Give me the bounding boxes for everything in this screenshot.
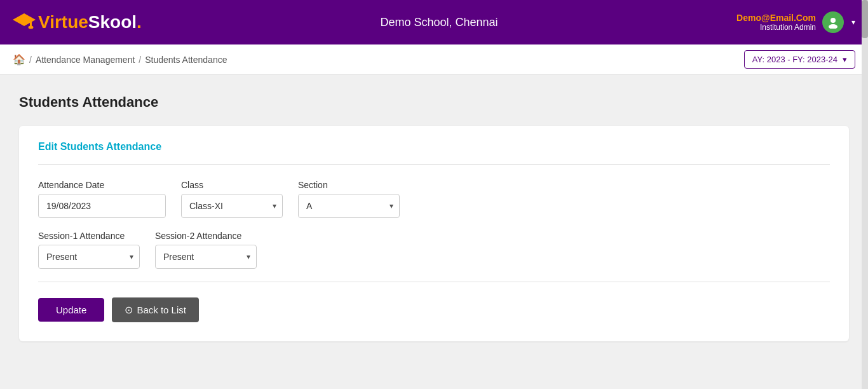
session1-select-wrapper: Present Absent Late ▾ [38, 245, 140, 269]
breadcrumb-students-attendance: Students Attendance [145, 55, 227, 65]
session2-label: Session-2 Attendance [155, 231, 257, 241]
user-dropdown-arrow[interactable]: ▾ [851, 18, 855, 27]
svg-point-2 [29, 26, 34, 29]
attendance-date-label: Attendance Date [38, 180, 166, 190]
session1-label: Session-1 Attendance [38, 231, 140, 241]
ay-selector-arrow: ▾ [843, 55, 847, 64]
class-group: Class Class-XI Class-X Class-XII ▾ [181, 180, 283, 218]
breadcrumb: 🏠 / Attendance Management / Students Att… [13, 53, 227, 65]
card-divider-top [38, 164, 830, 165]
school-name: Demo School, Chennai [380, 16, 498, 29]
attendance-date-input[interactable] [38, 194, 166, 218]
back-to-list-button[interactable]: ⊙ Back to List [112, 297, 199, 322]
session2-select-wrapper: Present Absent Late ▾ [155, 245, 257, 269]
session1-group: Session-1 Attendance Present Absent Late… [38, 231, 140, 269]
update-button[interactable]: Update [38, 298, 104, 322]
svg-point-4 [829, 24, 837, 29]
svg-point-3 [831, 18, 836, 23]
breadcrumb-bar: 🏠 / Attendance Management / Students Att… [0, 44, 868, 75]
header: VirtueSkool. Demo School, Chennai Demo@E… [0, 0, 868, 44]
scrollbar-thumb[interactable] [862, 0, 868, 38]
session2-group: Session-2 Attendance Present Absent Late… [155, 231, 257, 269]
user-details: Demo@Email.Com Institution Admin [736, 13, 816, 32]
scrollbar[interactable] [862, 0, 868, 389]
logo-cap-icon [13, 11, 36, 34]
session2-select[interactable]: Present Absent Late [155, 245, 257, 269]
form-row-2: Session-1 Attendance Present Absent Late… [38, 231, 830, 269]
user-email: Demo@Email.Com [736, 13, 816, 23]
class-select[interactable]: Class-XI Class-X Class-XII [181, 194, 283, 218]
attendance-date-group: Attendance Date [38, 180, 166, 218]
ay-selector[interactable]: AY: 2023 - FY: 2023-24 ▾ [744, 50, 855, 69]
svg-marker-0 [13, 13, 36, 26]
page-title: Students Attendance [19, 94, 849, 111]
home-icon[interactable]: 🏠 [13, 53, 25, 65]
back-icon: ⊙ [125, 304, 133, 316]
breadcrumb-sep-2: / [139, 55, 141, 65]
logo-dot: . [137, 12, 142, 32]
section-group: Section A B C ▾ [298, 180, 400, 218]
session1-select[interactable]: Present Absent Late [38, 245, 140, 269]
card-divider-bottom [38, 282, 830, 282]
ay-selector-label: AY: 2023 - FY: 2023-24 [752, 55, 837, 64]
logo-skool: Skool [88, 12, 137, 32]
logo-virtue: Virtue [38, 12, 88, 32]
user-info[interactable]: Demo@Email.Com Institution Admin ▾ [736, 11, 855, 33]
section-label: Section [298, 180, 400, 190]
button-row: Update ⊙ Back to List [38, 297, 830, 322]
card-title: Edit Students Attendance [38, 141, 830, 153]
main-content: Students Attendance Edit Students Attend… [0, 75, 868, 389]
section-select[interactable]: A B C [298, 194, 400, 218]
class-label: Class [181, 180, 283, 190]
edit-attendance-card: Edit Students Attendance Attendance Date… [19, 126, 849, 341]
logo: VirtueSkool. [13, 11, 142, 34]
user-role: Institution Admin [760, 23, 816, 32]
breadcrumb-sep-1: / [29, 55, 32, 65]
avatar[interactable] [822, 11, 844, 33]
section-select-wrapper: A B C ▾ [298, 194, 400, 218]
back-to-list-label: Back to List [137, 304, 186, 315]
breadcrumb-attendance-management[interactable]: Attendance Management [36, 55, 135, 65]
class-select-wrapper: Class-XI Class-X Class-XII ▾ [181, 194, 283, 218]
form-row-1: Attendance Date Class Class-XI Class-X C… [38, 180, 830, 218]
user-icon [827, 16, 839, 29]
